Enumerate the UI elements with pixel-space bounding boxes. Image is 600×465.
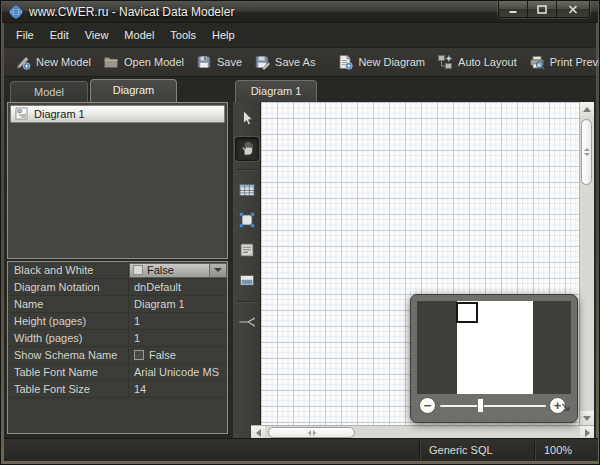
prop-value-text: False xyxy=(149,347,176,363)
checkbox-icon[interactable] xyxy=(134,350,144,360)
diagram-tool-palette xyxy=(233,102,261,439)
arrow-up-icon xyxy=(583,107,591,112)
combobox-dropdown-button[interactable] xyxy=(209,264,226,277)
window-controls xyxy=(498,1,590,18)
palette-separator xyxy=(237,301,257,303)
list-item-label: Diagram 1 xyxy=(34,108,85,120)
print-preview-label: Print Preview xyxy=(550,56,600,68)
print-preview-button[interactable]: Print Preview xyxy=(524,51,600,73)
prop-row-table-font-size[interactable]: Table Font Size 14 xyxy=(8,381,227,398)
auto-layout-label: Auto Layout xyxy=(458,56,517,68)
prop-row-name[interactable]: Name Diagram 1 xyxy=(8,296,227,313)
new-label-tool-button[interactable] xyxy=(235,269,259,293)
menu-view[interactable]: View xyxy=(77,23,117,48)
new-model-label: New Model xyxy=(36,56,91,68)
grip-down-icon xyxy=(584,153,590,156)
open-model-button[interactable]: Open Model xyxy=(98,51,191,73)
label-icon xyxy=(238,271,256,291)
new-diagram-button[interactable]: New Diagram xyxy=(332,51,432,73)
status-bar: Generic SQL 100% xyxy=(4,438,598,461)
menu-help[interactable]: Help xyxy=(204,23,243,48)
tab-model[interactable]: Model xyxy=(10,81,88,102)
list-item-diagram-1[interactable]: Diagram 1 xyxy=(10,105,225,123)
black-and-white-combobox[interactable]: False xyxy=(129,263,227,278)
save-label: Save xyxy=(217,56,242,68)
new-model-button[interactable]: New Model xyxy=(10,51,98,73)
prop-value: 14 xyxy=(129,381,227,397)
navigator-panel: − + ↘ xyxy=(410,294,578,423)
arrow-right-icon xyxy=(585,429,590,437)
new-relation-tool-button[interactable] xyxy=(235,311,259,335)
main-toolbar: New Model Open Model Save Save As New Di… xyxy=(4,48,596,77)
prop-row-diagram-notation[interactable]: Diagram Notation dnDefault xyxy=(8,279,227,296)
prop-value: Diagram 1 xyxy=(129,296,227,312)
zoom-slider-track[interactable] xyxy=(440,405,546,407)
tab-diagram-1[interactable]: Diagram 1 xyxy=(235,80,317,102)
open-folder-icon xyxy=(103,54,119,70)
close-button[interactable] xyxy=(557,1,589,17)
navigator-zoom-bar: − + ↘ xyxy=(411,394,577,418)
prop-row-width-pages[interactable]: Width (pages) 1 xyxy=(8,330,227,347)
scroll-up-button[interactable] xyxy=(580,102,594,116)
grip-left-icon xyxy=(308,430,311,436)
zoom-slider-thumb[interactable] xyxy=(477,398,484,413)
maximize-button[interactable] xyxy=(528,1,557,17)
window-title: www.CWER.ru - Navicat Data Modeler xyxy=(29,5,234,19)
open-model-label: Open Model xyxy=(124,56,184,68)
diagram-file-icon xyxy=(15,107,28,122)
horizontal-scrollbar[interactable] xyxy=(251,425,594,439)
vertical-scroll-thumb[interactable] xyxy=(581,119,592,185)
tab-diagram[interactable]: Diagram xyxy=(90,79,177,102)
triangle-down-icon xyxy=(214,268,222,272)
prop-value: 1 xyxy=(129,330,227,346)
pointer-icon xyxy=(238,109,256,129)
auto-layout-icon xyxy=(437,54,453,70)
new-table-tool-button[interactable] xyxy=(235,179,259,203)
prop-label: Table Font Size xyxy=(8,381,129,397)
prop-label: Width (pages) xyxy=(8,330,129,346)
prop-row-table-font-name[interactable]: Table Font Name Arial Unicode MS xyxy=(8,364,227,381)
menu-file[interactable]: File xyxy=(8,23,42,48)
globe-icon xyxy=(9,5,23,19)
menu-edit[interactable]: Edit xyxy=(42,23,77,48)
grip-right-icon xyxy=(313,430,316,436)
prop-label: Name xyxy=(8,296,129,312)
save-floppy-icon xyxy=(196,54,212,70)
zoom-out-button[interactable]: − xyxy=(419,397,436,414)
grip-up-icon xyxy=(584,148,590,151)
menu-tools[interactable]: Tools xyxy=(162,23,204,48)
horizontal-scroll-thumb[interactable] xyxy=(268,427,355,438)
hand-tool-button[interactable] xyxy=(235,137,259,161)
pointer-tool-button[interactable] xyxy=(235,107,259,131)
relation-connector-icon xyxy=(238,313,256,333)
prop-label: Black and White xyxy=(8,262,129,278)
save-as-button[interactable]: Save As xyxy=(249,51,322,73)
vertical-scrollbar[interactable] xyxy=(579,102,594,425)
note-icon xyxy=(238,241,256,261)
title-bar: www.CWER.ru - Navicat Data Modeler xyxy=(2,1,598,23)
prop-row-show-schema-name[interactable]: Show Schema Name False xyxy=(8,347,227,364)
navigator-preview[interactable] xyxy=(417,301,571,394)
prop-value: dnDefault xyxy=(129,279,227,295)
minimize-button[interactable] xyxy=(499,1,528,17)
auto-layout-button[interactable]: Auto Layout xyxy=(432,51,524,73)
new-diagram-label: New Diagram xyxy=(358,56,425,68)
prop-value: Arial Unicode MS xyxy=(129,364,227,380)
resize-handle-icon[interactable]: ↘ xyxy=(560,399,571,414)
save-button[interactable]: Save xyxy=(191,51,249,73)
prop-row-height-pages[interactable]: Height (pages) 1 xyxy=(8,313,227,330)
view-icon xyxy=(238,211,256,231)
print-preview-icon xyxy=(529,54,545,70)
scroll-down-button[interactable] xyxy=(580,411,594,425)
new-model-icon xyxy=(15,54,31,70)
navigator-viewport-rect[interactable] xyxy=(456,302,478,323)
arrow-down-icon xyxy=(583,416,591,421)
prop-label: Show Schema Name xyxy=(8,347,129,363)
new-diagram-icon xyxy=(337,54,353,70)
prop-label: Diagram Notation xyxy=(8,279,129,295)
menu-model[interactable]: Model xyxy=(116,23,162,48)
new-view-tool-button[interactable] xyxy=(235,209,259,233)
hand-icon xyxy=(238,139,256,159)
diagram-list: Diagram 1 xyxy=(7,102,228,259)
new-note-tool-button[interactable] xyxy=(235,239,259,263)
